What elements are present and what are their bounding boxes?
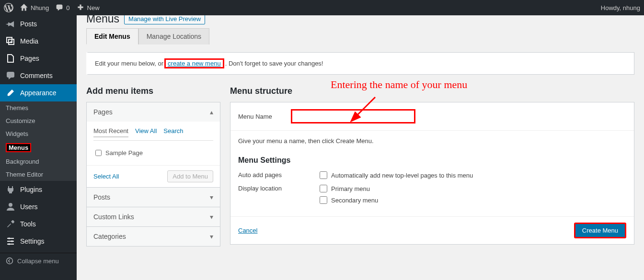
new-label: New — [87, 4, 100, 11]
page-icon — [6, 54, 15, 63]
sub-widgets[interactable]: Widgets — [0, 127, 77, 140]
page-title: Menus — [86, 15, 119, 25]
add-items-accordion: Pages ▴ Most Recent View All Search Samp… — [86, 102, 220, 246]
menu-settings-title: Menu Settings — [238, 156, 626, 165]
wp-logo[interactable] — [4, 3, 13, 12]
sub-themes[interactable]: Themes — [0, 101, 77, 114]
create-menu-button[interactable]: Create Menu — [574, 223, 626, 238]
secondary-menu-option[interactable]: Secondary menu — [320, 196, 378, 204]
plus-icon — [77, 4, 84, 11]
site-name: Nhung — [31, 4, 49, 11]
secondary-checkbox[interactable] — [320, 196, 327, 204]
sub-theme-editor[interactable]: Theme Editor — [0, 168, 77, 181]
caret-down-icon: ▾ — [210, 213, 213, 221]
sidebar-item-media[interactable]: Media — [0, 33, 77, 50]
nav-tabs: Edit Menus Manage Locations — [86, 28, 634, 45]
cancel-link[interactable]: Cancel — [238, 227, 257, 234]
comment-icon — [6, 71, 15, 80]
media-icon — [6, 36, 15, 46]
wrench-icon — [6, 219, 15, 229]
acc-pages-head[interactable]: Pages ▴ — [87, 102, 220, 122]
pin-icon — [6, 19, 15, 29]
comments-link[interactable]: 0 — [56, 4, 69, 11]
home-icon — [20, 4, 28, 11]
admin-sidebar: Posts Media Pages Comments Appearance Th… — [0, 15, 77, 280]
auto-add-checkbox[interactable] — [320, 171, 327, 179]
menu-hint: Give your menu a name, then click Create… — [238, 137, 626, 145]
sidebar-item-users[interactable]: Users — [0, 198, 77, 215]
sidebar-item-pages[interactable]: Pages — [0, 50, 77, 67]
structure-heading: Menu structure — [230, 86, 634, 96]
plug-icon — [6, 185, 15, 194]
comments-count: 0 — [66, 4, 69, 11]
menu-structure-box: Menu Name Give your menu a name, then cl… — [230, 102, 634, 245]
admin-bar: Nhung 0 New Howdy, nhung — [0, 0, 644, 15]
acc-posts-head[interactable]: Posts ▾ — [87, 187, 220, 207]
pages-tab-viewall[interactable]: View All — [135, 127, 157, 137]
select-all-link[interactable]: Select All — [93, 173, 119, 180]
collapse-menu[interactable]: Collapse menu — [0, 253, 77, 269]
tab-edit-menus[interactable]: Edit Menus — [86, 28, 138, 45]
user-icon — [6, 202, 15, 212]
notice: Edit your menu below, or create a new me… — [86, 52, 634, 75]
acc-pages-body: Most Recent View All Search Sample Page — [87, 122, 220, 165]
caret-down-icon: ▾ — [210, 233, 213, 240]
page-checkbox[interactable] — [95, 150, 102, 156]
svg-point-3 — [11, 240, 13, 242]
sub-customize[interactable]: Customize — [0, 114, 77, 127]
sidebar-item-tools[interactable]: Tools — [0, 215, 77, 233]
acc-custom-head[interactable]: Custom Links ▾ — [87, 207, 220, 226]
wordpress-icon — [4, 3, 13, 12]
menu-name-label: Menu Name — [238, 113, 281, 120]
sidebar-item-plugins[interactable]: Plugins — [0, 181, 77, 198]
primary-menu-option[interactable]: Primary menu — [320, 185, 378, 192]
sidebar-item-settings[interactable]: Settings — [0, 233, 77, 250]
sidebar-item-posts[interactable]: Posts — [0, 15, 77, 33]
sidebar-item-comments[interactable]: Comments — [0, 67, 77, 84]
display-location-label: Display location — [238, 185, 320, 204]
sub-background[interactable]: Background — [0, 155, 77, 168]
create-new-menu-link[interactable]: create a new menu — [168, 60, 221, 67]
caret-down-icon: ▾ — [210, 193, 213, 201]
sidebar-item-appearance[interactable]: Appearance — [0, 84, 77, 101]
add-items-heading: Add menu items — [86, 86, 220, 96]
comment-icon — [56, 4, 63, 11]
page-item-sample[interactable]: Sample Page — [93, 146, 213, 159]
new-link[interactable]: New — [77, 4, 100, 11]
site-link[interactable]: Nhung — [20, 4, 49, 11]
live-preview-button[interactable]: Manage with Live Preview — [124, 15, 205, 24]
tab-manage-locations[interactable]: Manage Locations — [138, 28, 209, 45]
caret-up-icon: ▴ — [210, 108, 213, 116]
sliders-icon — [6, 236, 15, 246]
svg-point-0 — [10, 41, 12, 43]
sub-menus[interactable]: Menus — [0, 140, 77, 155]
main-content: Menus Manage with Live Preview Edit Menu… — [77, 15, 644, 280]
svg-point-2 — [8, 237, 10, 239]
create-new-menu-highlight: create a new menu — [164, 58, 224, 68]
primary-checkbox[interactable] — [320, 185, 327, 192]
svg-point-4 — [8, 243, 10, 245]
add-to-menu-button[interactable]: Add to Menu — [167, 170, 213, 182]
pages-tab-search[interactable]: Search — [163, 127, 183, 137]
svg-point-1 — [9, 203, 12, 207]
auto-add-option[interactable]: Automatically add new top-level pages to… — [320, 171, 473, 179]
brush-icon — [6, 88, 15, 98]
acc-categories-head[interactable]: Categories ▾ — [87, 226, 220, 246]
menu-name-input[interactable] — [291, 109, 415, 123]
howdy[interactable]: Howdy, nhung — [601, 4, 640, 11]
appearance-submenu: Themes Customize Widgets Menus Backgroun… — [0, 101, 77, 181]
collapse-icon — [6, 257, 13, 265]
pages-tab-recent[interactable]: Most Recent — [93, 127, 128, 137]
auto-add-label: Auto add pages — [238, 171, 320, 179]
svg-point-5 — [7, 258, 13, 264]
